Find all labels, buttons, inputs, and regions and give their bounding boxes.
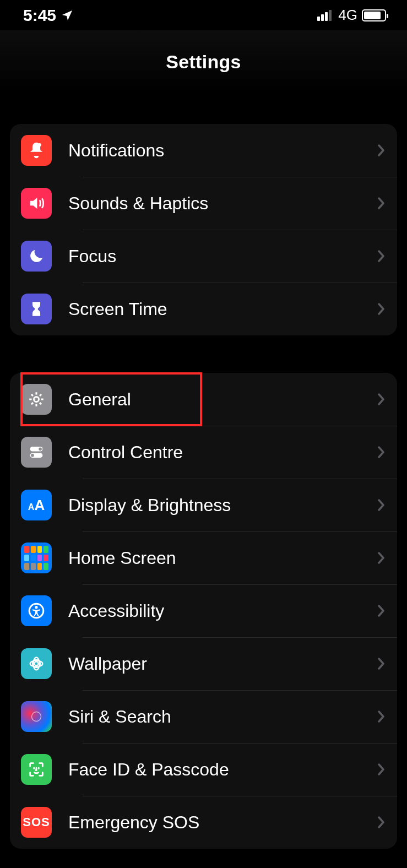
row-focus[interactable]: Focus xyxy=(10,230,397,283)
row-label: Sounds & Haptics xyxy=(68,193,377,214)
row-label: General xyxy=(68,389,377,410)
focus-icon xyxy=(21,241,52,272)
chevron-right-icon xyxy=(377,816,385,829)
cellular-signal-icon xyxy=(317,10,332,21)
chevron-right-icon xyxy=(377,604,385,617)
svg-point-1 xyxy=(34,397,39,402)
svg-point-7 xyxy=(35,606,37,609)
chevron-right-icon xyxy=(377,197,385,210)
general-icon xyxy=(21,384,52,415)
row-control-centre[interactable]: Control Centre xyxy=(10,426,397,479)
status-right: 4G xyxy=(317,7,386,24)
row-wallpaper[interactable]: Wallpaper xyxy=(10,637,397,690)
display-brightness-icon: AA xyxy=(21,490,52,520)
network-label: 4G xyxy=(338,7,357,24)
row-label: Display & Brightness xyxy=(68,495,377,516)
row-emergency-sos[interactable]: SOS Emergency SOS xyxy=(10,796,397,849)
svg-point-0 xyxy=(38,143,41,147)
row-general[interactable]: General xyxy=(10,373,397,426)
row-screen-time[interactable]: Screen Time xyxy=(10,283,397,335)
row-accessibility[interactable]: Accessibility xyxy=(10,584,397,637)
row-label: Siri & Search xyxy=(68,707,377,727)
settings-content: Notifications Sounds & Haptics Focus Scr… xyxy=(0,124,407,849)
chevron-right-icon xyxy=(377,144,385,157)
chevron-right-icon xyxy=(377,551,385,565)
row-label: Home Screen xyxy=(68,548,377,568)
chevron-right-icon xyxy=(377,446,385,459)
sounds-icon xyxy=(21,188,52,219)
row-label: Control Centre xyxy=(68,442,377,463)
row-label: Face ID & Passcode xyxy=(68,760,377,780)
screen-time-icon xyxy=(21,294,52,324)
row-home-screen[interactable]: Home Screen xyxy=(10,531,397,584)
row-label: Screen Time xyxy=(68,299,377,319)
status-bar: 5:45 4G xyxy=(0,0,407,30)
page-header: Settings xyxy=(0,30,407,94)
row-label: Focus xyxy=(68,246,377,267)
page-title: Settings xyxy=(166,51,241,73)
clock-time: 5:45 xyxy=(23,6,56,25)
control-centre-icon xyxy=(21,437,52,468)
settings-group-2: General Control Centre AA Display & Brig… xyxy=(10,373,397,849)
row-label: Notifications xyxy=(68,140,377,161)
chevron-right-icon xyxy=(377,763,385,776)
location-icon xyxy=(61,9,74,22)
svg-point-3 xyxy=(39,448,42,451)
chevron-right-icon xyxy=(377,393,385,406)
svg-point-8 xyxy=(34,661,38,665)
svg-point-5 xyxy=(31,454,34,457)
chevron-right-icon xyxy=(377,249,385,263)
row-siri-search[interactable]: Siri & Search xyxy=(10,690,397,743)
chevron-right-icon xyxy=(377,498,385,512)
chevron-right-icon xyxy=(377,657,385,670)
row-label: Accessibility xyxy=(68,601,377,621)
battery-icon xyxy=(362,9,386,21)
row-label: Emergency SOS xyxy=(68,812,377,833)
status-left: 5:45 xyxy=(23,6,74,25)
face-id-icon xyxy=(21,754,52,785)
chevron-right-icon xyxy=(377,710,385,723)
notifications-icon xyxy=(21,135,52,166)
accessibility-icon xyxy=(21,595,52,626)
row-label: Wallpaper xyxy=(68,654,377,674)
wallpaper-icon xyxy=(21,648,52,679)
settings-group-1: Notifications Sounds & Haptics Focus Scr… xyxy=(10,124,397,335)
chevron-right-icon xyxy=(377,302,385,316)
svg-point-12 xyxy=(32,712,41,721)
row-notifications[interactable]: Notifications xyxy=(10,124,397,177)
row-face-id-passcode[interactable]: Face ID & Passcode xyxy=(10,743,397,796)
row-display-brightness[interactable]: AA Display & Brightness xyxy=(10,479,397,531)
siri-icon xyxy=(21,701,52,732)
home-screen-icon xyxy=(21,542,52,573)
row-sounds-haptics[interactable]: Sounds & Haptics xyxy=(10,177,397,230)
sos-icon: SOS xyxy=(21,807,52,838)
